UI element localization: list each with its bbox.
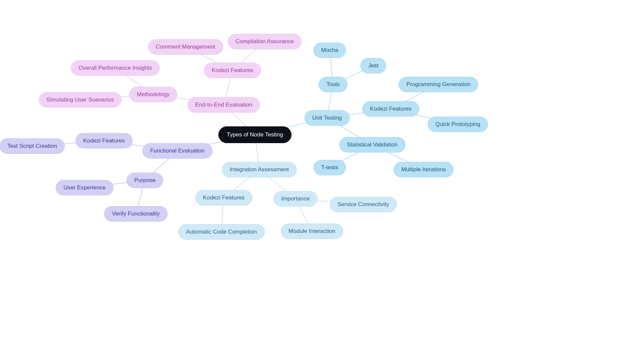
node-label: Integration Assessment xyxy=(230,166,289,173)
mindmap-node-ttests[interactable]: T-tests xyxy=(313,160,346,175)
node-label: T-tests xyxy=(321,164,338,171)
node-label: Kodezi Features xyxy=(212,67,253,73)
mindmap-node-functional[interactable]: Functional Evaluation xyxy=(143,143,213,159)
mindmap-node-mocha[interactable]: Mocha xyxy=(313,43,346,58)
mindmap-node-userexp[interactable]: User Experience xyxy=(56,180,113,195)
mindmap-node-multiter[interactable]: Multiple Iterations xyxy=(393,162,453,177)
mindmap-node-module[interactable]: Module Interaction xyxy=(281,224,343,239)
mindmap-node-purpose[interactable]: Purpose xyxy=(126,173,163,188)
node-label: Types of Node Testing xyxy=(227,131,283,138)
node-label: Purpose xyxy=(134,177,155,183)
mindmap-node-compile[interactable]: Compilation Assurance xyxy=(228,34,302,49)
mindmap-node-kodezi_func[interactable]: Kodezi Features xyxy=(75,133,132,148)
mindmap-node-statval[interactable]: Statistical Validation xyxy=(339,137,406,153)
mindmap-node-proggen[interactable]: Programming Generation xyxy=(399,77,478,92)
mindmap-node-integration[interactable]: Integration Assessment xyxy=(222,162,297,177)
mindmap-node-quickproto[interactable]: Quick Prototyping xyxy=(428,117,488,132)
mindmap-node-testscript[interactable]: Test Script Creation xyxy=(0,138,65,154)
node-label: Functional Evaluation xyxy=(150,147,205,154)
mindmap-node-insights[interactable]: Overall Performance Insights xyxy=(71,60,160,76)
mindmap-node-service[interactable]: Service Connectivity xyxy=(330,197,397,212)
mindmap-node-verify[interactable]: Verify Functionality xyxy=(104,206,168,222)
node-label: Jest xyxy=(368,62,378,69)
node-label: Simulating User Scenarios xyxy=(47,97,114,103)
mindmap-node-simulating[interactable]: Simulating User Scenarios xyxy=(39,92,121,108)
mindmap-node-kodezi_unit[interactable]: Kodezi Features xyxy=(362,101,419,117)
mindmap-node-unit[interactable]: Unit Testing xyxy=(305,110,350,126)
node-label: Unit Testing xyxy=(312,115,342,121)
node-label: Overall Performance Insights xyxy=(78,65,152,71)
mindmap-node-importance[interactable]: Importance xyxy=(273,191,317,206)
node-label: Kodezi Features xyxy=(83,137,125,144)
node-label: Module Interaction xyxy=(288,228,335,234)
node-label: Mocha xyxy=(321,47,338,53)
node-label: Kodezi Features xyxy=(370,106,412,112)
node-label: Automatic Code Completion xyxy=(186,229,257,235)
node-label: Quick Prototyping xyxy=(435,121,480,127)
node-label: Test Script Creation xyxy=(7,143,57,149)
node-label: User Experience xyxy=(63,184,106,191)
mindmap-node-kodezi_int[interactable]: Kodezi Features xyxy=(195,190,252,205)
node-label: Kodezi Features xyxy=(203,194,245,201)
mindmap-node-comment[interactable]: Comment Management xyxy=(148,39,223,55)
node-label: Methodology xyxy=(137,91,169,98)
mindmap-node-methodology[interactable]: Methodology xyxy=(129,87,177,102)
node-label: Programming Generation xyxy=(407,81,471,87)
mindmap-node-tools[interactable]: Tools xyxy=(319,77,347,92)
node-label: Verify Functionality xyxy=(112,210,160,217)
node-label: Multiple Iterations xyxy=(401,166,446,173)
node-label: Importance xyxy=(281,195,310,202)
node-label: End-to-End Evaluation xyxy=(195,102,252,108)
mindmap-node-autocomplete[interactable]: Automatic Code Completion xyxy=(178,224,265,240)
node-label: Comment Management xyxy=(156,44,215,50)
node-label: Service Connectivity xyxy=(337,201,389,207)
node-label: Tools xyxy=(326,81,340,87)
node-label: Compilation Assurance xyxy=(235,38,294,45)
mindmap-node-kodezi_e2e[interactable]: Kodezi Features xyxy=(204,63,261,78)
mindmap-node-e2e[interactable]: End-to-End Evaluation xyxy=(187,97,260,113)
mindmap-node-jest[interactable]: Jest xyxy=(360,58,386,73)
mindmap-node-root[interactable]: Types of Node Testing xyxy=(218,126,291,143)
node-label: Statistical Validation xyxy=(347,141,398,148)
